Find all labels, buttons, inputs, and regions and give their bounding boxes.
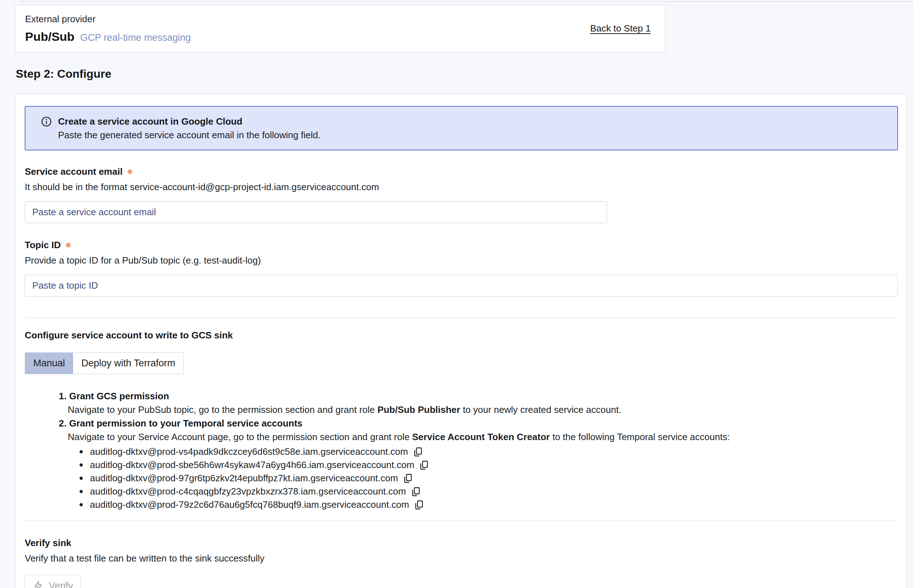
service-account-email-label: Service account email <box>25 166 123 177</box>
service-account-email: auditlog-dktxv@prod-97gr6tp6zkv2t4epubff… <box>90 473 398 484</box>
info-icon <box>40 115 52 141</box>
bullet-icon <box>79 450 83 453</box>
section-divider <box>25 317 898 318</box>
service-account-email-input[interactable] <box>25 201 607 223</box>
provider-tagline: GCP real-time messaging <box>80 32 191 43</box>
topic-id-helper: Provide a topic ID for a Pub/Sub topic (… <box>25 255 897 266</box>
step-title: Grant GCS permission <box>69 391 169 401</box>
page-title: Step 2: Configure <box>16 67 913 81</box>
service-account-email: auditlog-dktxv@prod-c4cqaqgbfzy23vpzkbxz… <box>90 486 406 497</box>
copy-icon[interactable] <box>402 473 413 484</box>
step-title: Grant permission to your Temporal servic… <box>69 418 303 429</box>
info-banner-title: Create a service account in Google Cloud <box>58 115 321 128</box>
configure-section-title: Configure service account to write to GC… <box>25 330 897 341</box>
info-banner-description: Paste the generated service account emai… <box>58 129 321 141</box>
provider-card: External provider Pub/Sub GCP real-time … <box>15 5 665 52</box>
provider-eyebrow: External provider <box>25 14 191 25</box>
step-description: Navigate to your PubSub topic, go to the… <box>68 403 897 417</box>
verify-button[interactable]: Verify <box>25 575 81 588</box>
step-description: Navigate to your Service Account page, g… <box>68 430 897 444</box>
service-account-email-helper: It should be in the format service-accou… <box>25 182 897 193</box>
service-account-list: auditlog-dktxv@prod-vs4padk9dkczcey6d6st… <box>79 445 897 511</box>
service-account-row: auditlog-dktxv@prod-c4cqaqgbfzy23vpzkbxz… <box>79 485 897 498</box>
required-indicator <box>66 243 71 247</box>
service-account-row: auditlog-dktxv@prod-97gr6tp6zkv2t4epubff… <box>79 472 897 485</box>
copy-icon[interactable] <box>419 460 429 470</box>
topic-id-input[interactable] <box>25 275 898 297</box>
step-grant-temporal-permission: 2. Grant permission to your Temporal ser… <box>59 417 897 511</box>
configure-method-tabs: Manual Deploy with Terraform <box>25 352 184 374</box>
step-number: 1. <box>59 391 66 401</box>
step-grant-gcs-permission: 1. Grant GCS permission Navigate to your… <box>59 389 897 417</box>
bullet-icon <box>79 477 83 480</box>
lightning-icon <box>32 580 44 588</box>
service-account-email: auditlog-dktxv@prod-vs4padk9dkczcey6d6st… <box>90 446 408 457</box>
tab-manual[interactable]: Manual <box>25 353 73 374</box>
copy-icon[interactable] <box>413 499 424 510</box>
step-number: 2. <box>59 418 66 429</box>
instruction-steps: 1. Grant GCS permission Navigate to your… <box>59 389 897 511</box>
info-banner: Create a service account in Google Cloud… <box>25 106 898 150</box>
back-to-step-1-link[interactable]: Back to Step 1 <box>590 23 651 34</box>
bullet-icon <box>79 490 83 493</box>
copy-icon[interactable] <box>410 486 421 497</box>
service-account-email: auditlog-dktxv@prod-79z2c6d76au6g5fcq768… <box>90 499 409 510</box>
verify-sink-title: Verify sink <box>25 538 897 549</box>
service-account-email: auditlog-dktxv@prod-sbe56h6wr4sykaw47a6y… <box>90 459 414 470</box>
bullet-icon <box>79 464 83 467</box>
service-account-row: auditlog-dktxv@prod-vs4padk9dkczcey6d6st… <box>79 445 897 458</box>
bullet-icon <box>79 503 83 506</box>
verify-sink-description: Verify that a test file can be written t… <box>25 553 897 564</box>
top-divider <box>20 1 913 2</box>
configure-card: Create a service account in Google Cloud… <box>15 94 907 588</box>
provider-info: External provider Pub/Sub GCP real-time … <box>25 14 191 44</box>
verify-button-label: Verify <box>49 580 73 588</box>
required-indicator <box>128 170 132 174</box>
tab-deploy-with-terraform[interactable]: Deploy with Terraform <box>73 353 183 374</box>
service-account-row: auditlog-dktxv@prod-79z2c6d76au6g5fcq768… <box>79 498 897 511</box>
provider-name: Pub/Sub <box>25 30 74 44</box>
copy-icon[interactable] <box>413 447 423 457</box>
section-divider <box>25 520 898 520</box>
service-account-row: auditlog-dktxv@prod-sbe56h6wr4sykaw47a6y… <box>79 458 897 472</box>
topic-id-label: Topic ID <box>25 239 61 251</box>
